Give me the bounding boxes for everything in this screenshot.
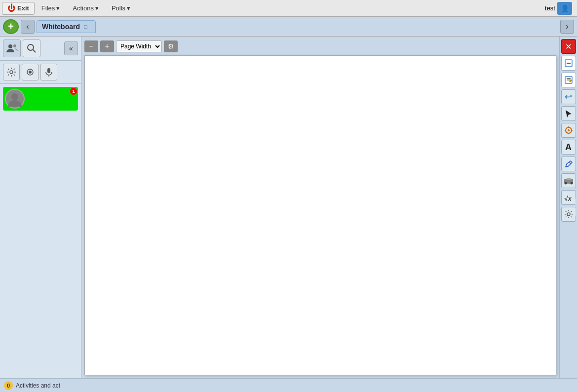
cursor-icon: [565, 109, 573, 118]
collapse-button[interactable]: «: [64, 41, 78, 55]
back-button[interactable]: ‹: [21, 20, 35, 34]
main-area: «: [0, 37, 577, 378]
svg-point-0: [8, 44, 12, 48]
user-area: test 👤: [542, 1, 575, 16]
actions-menu[interactable]: Actions ▾: [67, 3, 105, 13]
right-settings-icon: [564, 210, 573, 219]
status-count-badge: 0: [4, 381, 13, 390]
files-label: Files: [41, 4, 55, 12]
formula-button[interactable]: √x: [561, 190, 576, 205]
svg-point-6: [29, 71, 32, 74]
svg-text:√x: √x: [564, 195, 572, 202]
webcam-icon-btn[interactable]: [22, 64, 38, 80]
polls-arrow: ▾: [127, 4, 130, 12]
svg-point-24: [570, 182, 573, 185]
pointer-icon: [564, 126, 573, 135]
close-tool-icon: ✕: [565, 42, 572, 51]
content-area: − + Page Width ⚙: [81, 37, 559, 378]
user-label: test: [545, 4, 555, 12]
add-button[interactable]: +: [3, 19, 19, 34]
zoom-out-button[interactable]: −: [84, 40, 98, 52]
actions-label: Actions: [73, 4, 94, 12]
close-tool-button[interactable]: ✕: [561, 39, 576, 54]
exit-button[interactable]: ⏻ Exit: [2, 2, 35, 15]
undo-button[interactable]: ↩: [561, 89, 576, 104]
microphone-icon-btn[interactable]: [40, 64, 57, 80]
sidebar-tools: [0, 61, 81, 84]
participants-icon[interactable]: [3, 39, 21, 57]
whiteboard-canvas[interactable]: [84, 55, 556, 375]
exit-label: Exit: [17, 4, 29, 12]
zoom-select[interactable]: Page Width: [116, 40, 162, 52]
pen-button[interactable]: [561, 157, 576, 171]
participant-badge: 1: [70, 88, 77, 95]
svg-point-4: [10, 71, 13, 74]
right-panel: ✕ ↩: [559, 37, 577, 378]
page-edit-button[interactable]: [561, 73, 576, 87]
svg-point-2: [28, 44, 34, 50]
svg-point-27: [567, 213, 570, 216]
participant-item: 1: [3, 87, 78, 111]
toolbar-row: + ‹ Whiteboard □ ›: [0, 17, 577, 37]
text-button[interactable]: A: [561, 140, 576, 155]
page-remove-icon: [564, 59, 573, 68]
statusbar: 0 Activities and act: [0, 378, 577, 392]
chat-label: Chat: [575, 198, 577, 216]
shape-button[interactable]: [561, 173, 576, 188]
tab-close-icon[interactable]: □: [84, 24, 87, 30]
whiteboard-tab[interactable]: Whiteboard □: [37, 20, 96, 33]
svg-rect-7: [47, 68, 50, 73]
zoom-in-button[interactable]: +: [100, 40, 114, 52]
text-icon: A: [565, 142, 572, 153]
forward-button[interactable]: ›: [560, 20, 574, 34]
polls-menu[interactable]: Polls ▾: [106, 3, 136, 13]
page-edit-icon: [564, 76, 573, 84]
user-icon[interactable]: 👤: [557, 2, 572, 15]
pointer-button[interactable]: [561, 123, 576, 138]
undo-icon: ↩: [565, 91, 572, 102]
svg-line-21: [569, 162, 571, 163]
formula-icon: √x: [564, 193, 574, 202]
right-settings-button[interactable]: [561, 207, 576, 222]
svg-point-16: [568, 129, 570, 131]
actions-arrow: ▾: [95, 4, 99, 12]
menubar: ⏻ Exit Files ▾ Actions ▾ Polls ▾ test 👤: [0, 0, 577, 17]
zoom-settings-button[interactable]: ⚙: [164, 40, 178, 52]
exit-icon: ⏻: [7, 4, 15, 13]
svg-point-1: [13, 44, 16, 47]
svg-rect-25: [567, 178, 571, 180]
cursor-button[interactable]: [561, 106, 576, 121]
participant-avatar: [5, 89, 25, 109]
page-remove-button[interactable]: [561, 56, 576, 71]
shape-icon: [564, 177, 574, 185]
svg-point-23: [564, 182, 567, 185]
sidebar: «: [0, 37, 81, 378]
svg-line-3: [33, 50, 36, 53]
files-arrow: ▾: [56, 4, 60, 12]
status-text: Activities and act: [16, 382, 60, 389]
pen-icon: [564, 159, 573, 168]
participant-area: 1: [0, 84, 81, 378]
search-icon-btn[interactable]: [23, 39, 40, 57]
sidebar-top: «: [0, 37, 81, 61]
files-menu[interactable]: Files ▾: [36, 3, 66, 13]
svg-point-9: [11, 93, 18, 100]
polls-label: Polls: [112, 4, 125, 12]
zoom-toolbar: − + Page Width ⚙: [84, 39, 556, 53]
settings-icon-btn[interactable]: [3, 64, 20, 80]
whiteboard-tab-label: Whiteboard: [42, 23, 80, 31]
